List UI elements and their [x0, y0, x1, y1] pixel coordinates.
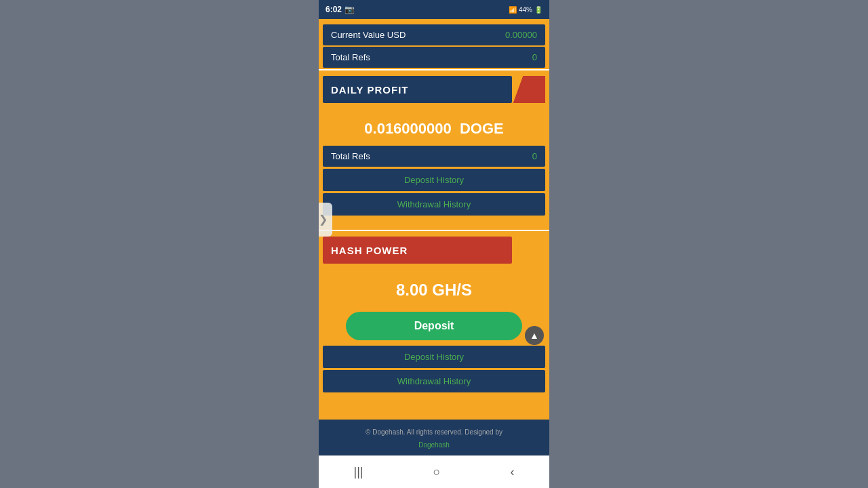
total-refs-top-row: Total Refs 0	[323, 47, 545, 68]
daily-profit-header-container: DAILY PROFIT	[323, 76, 545, 103]
footer: © Dogehash. All rights reserved. Designe…	[319, 420, 549, 455]
total-refs-daily-value: 0	[532, 151, 537, 161]
home-nav-icon[interactable]: ○	[433, 465, 441, 479]
withdrawal-history-hash-label: Withdrawal History	[397, 376, 471, 386]
hash-power-header-container: HASH POWER	[323, 237, 545, 264]
back-nav-icon[interactable]: ‹	[510, 465, 514, 479]
daily-profit-title: DAILY PROFIT	[323, 84, 409, 96]
divider-middle	[319, 230, 549, 231]
doge-amount: 0.016000000	[364, 120, 451, 137]
status-bar: 6:02 📷 📶 44% 🔋	[319, 0, 549, 19]
divider-top	[319, 69, 549, 70]
current-value-label: Current Value USD	[331, 30, 406, 40]
daily-profit-section: DAILY PROFIT 0.016000000 DOGE Total Refs…	[319, 76, 549, 224]
hash-power-value: 8.00 GH/S	[319, 270, 549, 306]
footer-text: © Dogehash. All rights reserved. Designe…	[366, 428, 502, 436]
main-content: Current Value USD 0.00000 Total Refs 0 D…	[319, 19, 549, 420]
status-icons-area: 📶 44% 🔋	[509, 6, 542, 14]
chevron-left-icon: ❯	[319, 213, 328, 226]
menu-nav-icon[interactable]: |||	[354, 465, 363, 479]
withdrawal-history-daily-btn[interactable]: Withdrawal History	[323, 193, 545, 216]
signal-icon: 📶	[509, 6, 517, 14]
withdrawal-history-hash-btn[interactable]: Withdrawal History	[323, 370, 545, 392]
doge-value-display: 0.016000000 DOGE	[319, 110, 549, 144]
battery-icon: 🔋	[534, 6, 542, 14]
current-value-value: 0.00000	[505, 30, 537, 40]
deposit-button[interactable]: Deposit	[346, 312, 522, 340]
deposit-history-hash-btn[interactable]: Deposit History	[323, 346, 545, 368]
hash-power-title: HASH POWER	[323, 245, 408, 256]
doge-currency: DOGE	[460, 120, 504, 137]
footer-link[interactable]: Dogehash	[418, 441, 450, 449]
scroll-up-icon: ▲	[530, 330, 539, 341]
total-refs-top-label: Total Refs	[331, 52, 370, 62]
scroll-to-top-button[interactable]: ▲	[525, 326, 544, 345]
camera-icon: 📷	[344, 5, 355, 14]
footer-copyright: © Dogehash. All rights reserved. Designe…	[327, 425, 541, 450]
current-value-row: Current Value USD 0.00000	[323, 24, 545, 45]
nav-bar: ||| ○ ‹	[319, 455, 549, 488]
battery-text: 44%	[519, 6, 532, 14]
deposit-history-daily-btn[interactable]: Deposit History	[323, 169, 545, 191]
withdrawal-history-daily-label: Withdrawal History	[397, 199, 471, 209]
hash-power-arrow	[505, 237, 545, 264]
total-refs-top-value: 0	[532, 52, 537, 62]
daily-profit-arrow	[505, 76, 545, 103]
total-refs-daily-label: Total Refs	[331, 151, 370, 161]
left-nav-button[interactable]: ❯	[319, 203, 332, 237]
status-time-area: 6:02 📷	[326, 5, 355, 14]
deposit-button-label: Deposit	[414, 320, 454, 332]
total-refs-daily-row: Total Refs 0	[323, 146, 545, 167]
deposit-history-daily-label: Deposit History	[404, 175, 464, 185]
hash-power-section: HASH POWER 8.00 GH/S Deposit Deposit His…	[319, 237, 549, 401]
time-display: 6:02	[326, 5, 342, 14]
deposit-history-hash-label: Deposit History	[404, 352, 464, 362]
